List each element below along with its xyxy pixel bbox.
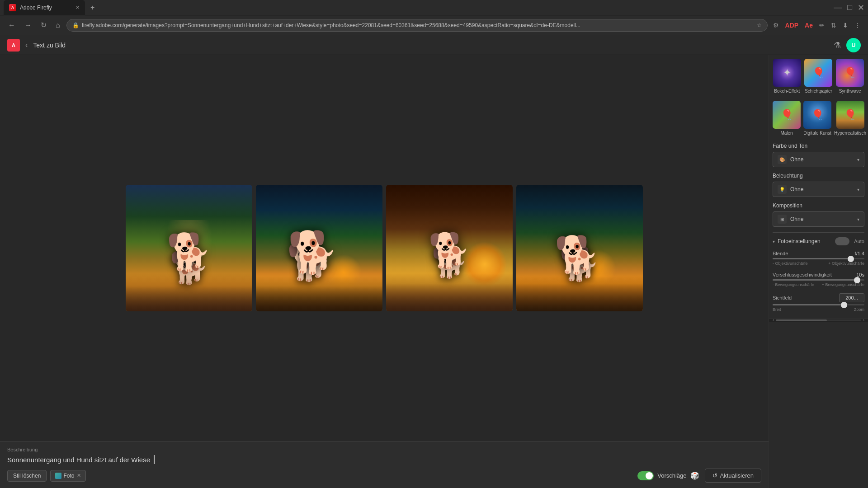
download-icon[interactable]: ⬇: [841, 20, 850, 31]
adobe-logo: A: [7, 39, 20, 52]
fotoeinstellungen-section: ▾ Fotoeinstellungen Auto Blende f/1.4: [773, 232, 864, 312]
farbe-dropdown-icon: 🎨: [778, 155, 787, 164]
user-avatar[interactable]: U: [846, 38, 861, 52]
adp-icon[interactable]: ADP: [783, 20, 801, 31]
vorschlaege-label: Vorschläge: [657, 472, 686, 479]
synth-thumb: 🎈: [836, 59, 864, 87]
home-button[interactable]: ⌂: [53, 19, 63, 31]
verschluss-slider-track: [773, 279, 864, 281]
hyper-label: Hyperrealistisch: [834, 131, 866, 136]
style-grid-row2: 🎈 Malen 🎈 Digitale Kunst 🎈 Hyperrealisti…: [773, 101, 864, 136]
sichtfeld-slider-thumb[interactable]: [841, 302, 847, 308]
style-hyperrealistisch[interactable]: 🎈 Hyperrealistisch: [834, 101, 866, 136]
prompt-label: Beschreibung: [7, 447, 761, 452]
beleuchtung-chevron-down-icon: ▾: [857, 187, 859, 192]
maximize-button[interactable]: □: [847, 3, 852, 13]
auto-label: Auto: [854, 239, 864, 244]
komposition-chevron-down-icon: ▾: [857, 217, 859, 222]
back-button[interactable]: ‹: [25, 41, 28, 49]
verschluss-slider-fill: [773, 279, 857, 281]
back-nav-button[interactable]: ←: [5, 19, 18, 31]
toolbar-icons: ⚙ ADP Ae ✏ ⇅ ⬇ ⋮: [771, 20, 863, 31]
page-title: Text zu Bild: [33, 42, 66, 49]
extensions-icon[interactable]: ⚙: [771, 20, 781, 31]
bookmark-star-icon[interactable]: ☆: [757, 22, 762, 28]
foto-style-tag[interactable]: Foto ✕: [50, 470, 86, 482]
style-synthwave[interactable]: 🎈 Synthwave: [835, 59, 864, 94]
farbe-chevron-down-icon: ▾: [857, 157, 859, 162]
browser-tab[interactable]: A Adobe Firefly ✕: [4, 0, 85, 15]
images-grid: 🐕 🐕 🐕: [126, 185, 643, 311]
sichtfeld-input[interactable]: [839, 293, 864, 302]
clear-style-button[interactable]: Stil löschen: [7, 470, 47, 482]
beleuchtung-dropdown[interactable]: 💡 Ohne ▾: [773, 182, 864, 197]
reload-button[interactable]: ↻: [38, 19, 49, 31]
prompt-text-content: Sonnenuntergang und Hund sitzt auf der W…: [7, 456, 150, 464]
komposition-label: Komposition: [773, 202, 864, 209]
malen-thumb-icon: 🎈: [781, 109, 793, 121]
scroll-left-arrow-icon[interactable]: ‹: [771, 318, 776, 323]
sichtfeld-label: Sichtfeld: [773, 295, 792, 300]
images-container: 🐕 🐕 🐕: [0, 55, 769, 441]
komposition-value: Ohne: [790, 216, 854, 222]
komposition-dropdown-row: Komposition ⊞ Ohne ▾: [773, 202, 864, 227]
schicht-thumb: 🎈: [804, 59, 832, 87]
bokeh-thumb: ✦: [773, 59, 801, 87]
fotoeinstellungen-header[interactable]: ▾ Fotoeinstellungen Auto: [773, 237, 864, 245]
update-button[interactable]: ↺ Aktualisieren: [705, 469, 761, 483]
beleuchtung-dropdown-icon: 💡: [778, 185, 787, 194]
hyper-thumb: 🎈: [836, 101, 864, 129]
beleuchtung-value: Ohne: [790, 186, 854, 192]
foto-tag-remove-button[interactable]: ✕: [77, 473, 81, 479]
sidebar-scroll: ✦ Bokeh-Effekt 🎈 Schichtpapier 🎈 Synthwa…: [769, 59, 868, 312]
farbe-dropdown[interactable]: 🎨 Ohne ▾: [773, 152, 864, 167]
sichtfeld-header: Sichtfeld: [773, 293, 864, 302]
auto-toggle[interactable]: [835, 237, 849, 245]
close-window-button[interactable]: ✕: [858, 3, 864, 13]
style-digitale-kunst[interactable]: 🎈 Digitale Kunst: [803, 101, 831, 136]
pen-icon[interactable]: ✏: [817, 20, 826, 31]
dice-icon[interactable]: 🎲: [690, 471, 699, 480]
schicht-thumb-icon: 🎈: [812, 67, 825, 79]
style-bokeh-effekt[interactable]: ✦ Bokeh-Effekt: [773, 59, 802, 94]
komposition-dropdown[interactable]: ⊞ Ohne ▾: [773, 211, 864, 227]
schicht-label: Schichtpapier: [805, 89, 832, 94]
new-tab-button[interactable]: +: [90, 4, 94, 12]
blende-slider-labels: - Objektivunschärfe + Objektivunschärfe: [773, 261, 864, 266]
style-malen[interactable]: 🎈 Malen: [773, 101, 801, 136]
verschluss-setting: Verschlussgeschwindigkeit 10s - Bewegung…: [773, 272, 864, 287]
sync-icon[interactable]: ⇅: [829, 20, 838, 31]
scroll-right-arrow-icon[interactable]: ›: [861, 318, 866, 323]
farbe-value: Ohne: [790, 156, 854, 163]
update-label: Aktualisieren: [720, 472, 754, 479]
address-bar[interactable]: 🔒 firefly.adobe.com/generate/images?prom…: [66, 19, 768, 32]
generated-image-4[interactable]: 🐕: [516, 185, 643, 311]
flask-icon[interactable]: ⚗: [834, 40, 841, 50]
header-right: ⚗ U: [834, 38, 861, 52]
main-layout: 🐕 🐕 🐕: [0, 55, 868, 488]
ae-icon[interactable]: Ae: [803, 20, 815, 31]
sichtfeld-slider-labels: Breit Zoom: [773, 307, 864, 312]
generated-image-2[interactable]: 🐕: [256, 185, 382, 311]
forward-nav-button[interactable]: →: [22, 19, 34, 31]
generated-image-3[interactable]: 🐕: [386, 185, 513, 311]
malen-thumb: 🎈: [773, 101, 801, 129]
verschluss-right-label: + Bewegungsunschärfe: [822, 282, 864, 287]
beleuchtung-label: Beleuchtung: [773, 173, 864, 179]
tab-title: Adobe Firefly: [20, 5, 52, 11]
more-icon[interactable]: ⋮: [853, 20, 863, 31]
generated-image-1[interactable]: 🐕: [126, 185, 252, 311]
refresh-icon: ↺: [712, 472, 717, 479]
logo-text: A: [12, 42, 15, 48]
scrollbar-thumb[interactable]: [776, 319, 827, 321]
tab-close-button[interactable]: ✕: [75, 5, 80, 10]
style-schichtpapier[interactable]: 🎈 Schichtpapier: [804, 59, 833, 94]
foto-tag-label: Foto: [63, 473, 74, 479]
verschluss-slider-thumb[interactable]: [854, 277, 860, 283]
minimize-button[interactable]: —: [834, 3, 842, 13]
blende-slider-thumb[interactable]: [848, 256, 854, 262]
browser-toolbar: ← → ↻ ⌂ 🔒 firefly.adobe.com/generate/ima…: [0, 15, 868, 35]
synth-label: Synthwave: [839, 89, 861, 94]
sichtfeld-left-label: Breit: [773, 307, 781, 312]
vorschlaege-toggle[interactable]: [637, 471, 654, 480]
